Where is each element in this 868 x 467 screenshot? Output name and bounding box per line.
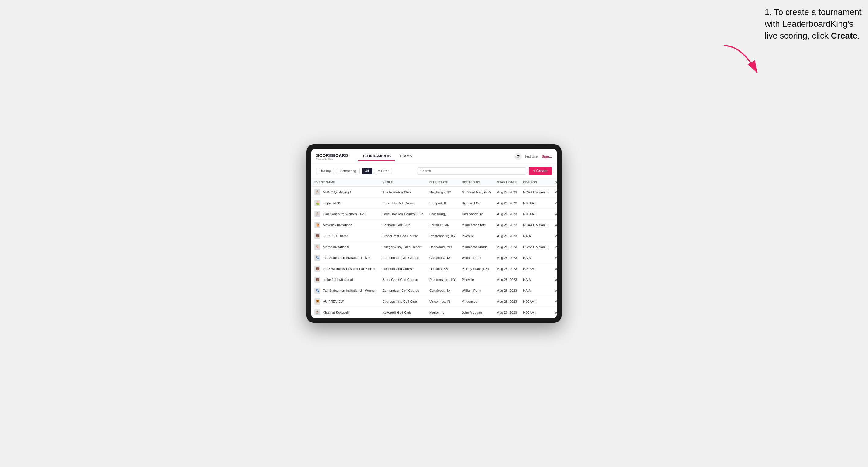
event-name-cell: 🏌️ Klash at Kokopelli	[311, 307, 379, 318]
event-name: Highland 36	[323, 201, 341, 205]
team-icon: 🏌️	[314, 211, 320, 217]
gender-cell: Women	[552, 307, 557, 318]
col-hosted: HOSTED BY	[459, 178, 494, 187]
table-row: 🐯 VU PREVIEW Cypress Hills Golf Club Vin…	[311, 296, 557, 307]
col-start-date: START DATE	[494, 178, 520, 187]
search-input[interactable]	[417, 167, 526, 175]
table-row: 🏌️ Klash at Kokopelli Kokopelli Golf Clu…	[311, 307, 557, 318]
event-name: Fall Statesmen Invitational - Women	[323, 289, 376, 292]
division-cell: NCAA Division II	[520, 220, 552, 230]
hosted-by-cell: Vincennes	[459, 296, 494, 307]
division-cell: NAIA	[520, 285, 552, 296]
division-cell: NJCAA I	[520, 307, 552, 318]
all-filter[interactable]: All	[362, 167, 372, 174]
division-cell: NAIA	[520, 230, 552, 241]
nav-teams[interactable]: TEAMS	[395, 152, 416, 161]
col-city: CITY, STATE	[426, 178, 459, 187]
annotation-bold: Create	[831, 31, 857, 40]
event-name: Carl Sandburg Women FA23	[323, 212, 365, 216]
city-cell: Prestonsburg, KY	[426, 230, 459, 241]
table-row: 🏌️ Carl Sandburg Women FA23 Lake Bracken…	[311, 209, 557, 220]
col-event-name: EVENT NAME	[311, 178, 379, 187]
start-date-cell: Aug 28, 2023	[494, 296, 520, 307]
hosted-by-cell: Pikeville	[459, 274, 494, 285]
city-cell: Galesburg, IL	[426, 209, 459, 220]
city-cell: Oskaloosa, IA	[426, 252, 459, 263]
event-name: MSMC Qualifying 1	[323, 190, 352, 194]
table-row: ⛳ Highland 36 Park Hills Golf Course Fre…	[311, 198, 557, 209]
start-date-cell: Aug 28, 2023	[494, 241, 520, 252]
event-name-cell: ⛳ Highland 36	[311, 198, 379, 209]
event-name: UPIKE Fall Invite	[323, 234, 348, 238]
hosted-by-cell: Carl Sandburg	[459, 209, 494, 220]
division-cell: NAIA	[520, 252, 552, 263]
start-date-cell: Aug 24, 2023	[494, 187, 520, 198]
annotation-text: 1. To create a tournament with Leaderboa…	[765, 6, 862, 42]
hosted-by-cell: Pikeville	[459, 230, 494, 241]
tournaments-table: EVENT NAME VENUE CITY, STATE HOSTED BY S…	[311, 178, 557, 318]
team-icon: 🐻	[314, 233, 320, 239]
signin-link[interactable]: Sign...	[542, 155, 552, 158]
start-date-cell: Aug 28, 2023	[494, 220, 520, 230]
team-icon: 🐻	[314, 266, 320, 272]
nav-links: TOURNAMENTS TEAMS	[358, 152, 416, 161]
division-cell: NJCAA II	[520, 296, 552, 307]
hosted-by-cell: Minnesota State	[459, 220, 494, 230]
col-venue: VENUE	[379, 178, 426, 187]
venue-cell: Edmundson Golf Course	[379, 285, 426, 296]
create-button[interactable]: + Create	[529, 167, 552, 175]
gender-cell: Men	[552, 241, 557, 252]
start-date-cell: Aug 28, 2023	[494, 230, 520, 241]
division-cell: NJCAA II	[520, 263, 552, 274]
city-cell: Faribault, MN	[426, 220, 459, 230]
event-name: 2023 Women's Hesston Fall Kickoff	[323, 267, 375, 271]
table-row: 🦌 Morris Invitational Ruttger's Bay Lake…	[311, 241, 557, 252]
team-icon: 🏌️	[314, 189, 320, 195]
gender-cell: Men	[552, 198, 557, 209]
col-gender: GENDER	[552, 178, 557, 187]
create-label: + Create	[533, 169, 548, 173]
event-name-cell: 🐻 upike fall invitational	[311, 274, 379, 285]
event-name: Morris Invitational	[323, 245, 349, 249]
venue-cell: Park Hills Golf Course	[379, 198, 426, 209]
table-row: 🐾 Fall Statesmen Invitational - Men Edmu…	[311, 252, 557, 263]
start-date-cell: Aug 28, 2023	[494, 263, 520, 274]
start-date-cell: Aug 28, 2023	[494, 252, 520, 263]
team-icon: ⛳	[314, 200, 320, 206]
gear-icon[interactable]: ⚙	[515, 153, 522, 160]
hosting-filter[interactable]: Hosting	[316, 167, 334, 174]
event-name-cell: 🐾 Fall Statesmen Invitational - Women	[311, 285, 379, 296]
city-cell: Freeport, IL	[426, 198, 459, 209]
venue-cell: Kokopelli Golf Club	[379, 307, 426, 318]
event-name: Fall Statesmen Invitational - Men	[323, 256, 371, 260]
competing-filter[interactable]: Competing	[337, 167, 359, 174]
event-name-cell: 🐾 Fall Statesmen Invitational - Men	[311, 252, 379, 263]
logo-area: SCOREBOARD Powered by Clippr	[316, 153, 348, 160]
venue-cell: Faribault Golf Club	[379, 220, 426, 230]
event-name: upike fall invitational	[323, 278, 352, 281]
logo-sub: Powered by Clippr	[316, 158, 348, 160]
nav-tournaments[interactable]: TOURNAMENTS	[358, 152, 395, 161]
division-cell: NCAA Division III	[520, 241, 552, 252]
event-name-cell: 🏌️ MSMC Qualifying 1	[311, 187, 379, 198]
gender-cell: Women	[552, 285, 557, 296]
division-cell: NJCAA I	[520, 209, 552, 220]
gender-cell: Men	[552, 230, 557, 241]
nav-right: ⚙ Test User Sign...	[515, 153, 552, 160]
hosted-by-cell: John A Logan	[459, 307, 494, 318]
venue-cell: The Powelton Club	[379, 187, 426, 198]
gender-cell: Women	[552, 209, 557, 220]
tablet-screen: SCOREBOARD Powered by Clippr TOURNAMENTS…	[311, 149, 557, 318]
venue-cell: Lake Bracken Country Club	[379, 209, 426, 220]
hosted-by-cell: Minnesota-Morris	[459, 241, 494, 252]
division-cell: NCAA Division III	[520, 187, 552, 198]
event-name: Maverick Invitational	[323, 223, 353, 227]
team-icon: 🦌	[314, 244, 320, 250]
top-nav: SCOREBOARD Powered by Clippr TOURNAMENTS…	[311, 149, 557, 164]
gender-cell: Men	[552, 296, 557, 307]
table-row: 🐻 upike fall invitational StoneCrest Gol…	[311, 274, 557, 285]
start-date-cell: Aug 28, 2023	[494, 307, 520, 318]
filter-button[interactable]: ≡ Filter	[375, 167, 392, 174]
table-row: 🐴 Maverick Invitational Faribault Golf C…	[311, 220, 557, 230]
hosted-by-cell: William Penn	[459, 285, 494, 296]
